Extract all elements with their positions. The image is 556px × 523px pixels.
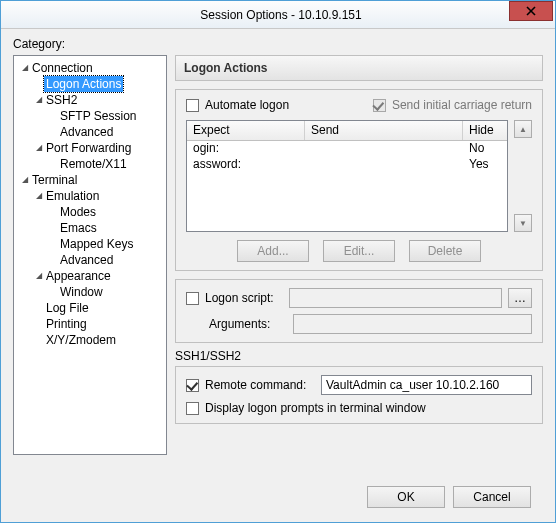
session-options-window: Session Options - 10.10.9.151 Category: …: [0, 0, 556, 523]
col-hide[interactable]: Hide: [463, 121, 507, 140]
window-title: Session Options - 10.10.9.151: [53, 8, 509, 22]
table-row[interactable]: assword:Yes: [187, 157, 507, 173]
tree-item[interactable]: ▶Modes: [16, 204, 164, 220]
tree-item[interactable]: ▶Log File: [16, 300, 164, 316]
tree-item-label: Log File: [44, 300, 91, 316]
add-button[interactable]: Add...: [237, 240, 309, 262]
delete-button[interactable]: Delete: [409, 240, 481, 262]
ssh-section-title: SSH1/SSH2: [175, 349, 543, 363]
logon-script-group: Logon script: … Arguments:: [175, 279, 543, 343]
tree-item-label: SFTP Session: [58, 108, 138, 124]
tree-item[interactable]: ◢Connection: [16, 60, 164, 76]
move-down-button[interactable]: ▼: [514, 214, 532, 232]
expand-arrow-icon[interactable]: ◢: [34, 188, 44, 204]
cell-send: [305, 157, 463, 173]
expand-arrow-icon[interactable]: ◢: [34, 92, 44, 108]
right-pane: Logon Actions Automate logon Send initia…: [175, 55, 543, 478]
tree-item-label: Window: [58, 284, 105, 300]
expand-arrow-icon[interactable]: ◢: [20, 60, 30, 76]
expand-arrow-icon[interactable]: ◢: [20, 172, 30, 188]
send-initial-checkbox: [373, 99, 386, 112]
tree-item-label: Advanced: [58, 124, 115, 140]
display-prompts-checkbox[interactable]: [186, 402, 199, 415]
tree-item[interactable]: ▶X/Y/Zmodem: [16, 332, 164, 348]
expect-send-table[interactable]: Expect Send Hide ogin:Noassword:Yes: [186, 120, 508, 232]
tree-item-label: Port Forwarding: [44, 140, 133, 156]
automate-group: Automate logon Send initial carriage ret…: [175, 89, 543, 271]
tree-item-label: Appearance: [44, 268, 113, 284]
display-prompts-label: Display logon prompts in terminal window: [205, 401, 426, 415]
category-label: Category:: [13, 37, 543, 51]
ok-button[interactable]: OK: [367, 486, 445, 508]
tree-item-label: Printing: [44, 316, 89, 332]
expand-arrow-icon[interactable]: ◢: [34, 140, 44, 156]
col-send[interactable]: Send: [305, 121, 463, 140]
tree-item-label: Logon Actions: [44, 76, 123, 92]
tree-item[interactable]: ▶Emacs: [16, 220, 164, 236]
tree-item-label: Modes: [58, 204, 98, 220]
send-initial-label: Send initial carriage return: [392, 98, 532, 112]
tree-item-label: X/Y/Zmodem: [44, 332, 118, 348]
tree-item[interactable]: ◢Terminal: [16, 172, 164, 188]
tree-item[interactable]: ▶Remote/X11: [16, 156, 164, 172]
reorder-buttons: ▲ ▼: [514, 120, 532, 232]
close-button[interactable]: [509, 1, 553, 21]
pane-title: Logon Actions: [175, 55, 543, 81]
tree-item-label: Connection: [30, 60, 95, 76]
tree-item[interactable]: ◢Emulation: [16, 188, 164, 204]
tree-item[interactable]: ▶Printing: [16, 316, 164, 332]
close-icon: [526, 6, 536, 16]
ssh-group: Remote command: VaultAdmin ca_user 10.10…: [175, 366, 543, 424]
browse-script-button[interactable]: …: [508, 288, 532, 308]
tree-item[interactable]: ▶Advanced: [16, 124, 164, 140]
cell-expect: ogin:: [187, 141, 305, 157]
logon-script-checkbox[interactable]: [186, 292, 199, 305]
col-expect[interactable]: Expect: [187, 121, 305, 140]
logon-script-label: Logon script:: [205, 291, 283, 305]
tree-item-label: Emacs: [58, 220, 99, 236]
tree-item[interactable]: ▶Window: [16, 284, 164, 300]
tree-item[interactable]: ◢SSH2: [16, 92, 164, 108]
ellipsis-icon: …: [514, 291, 526, 305]
automate-logon-checkbox[interactable]: [186, 99, 199, 112]
cell-hide: No: [463, 141, 507, 157]
arguments-label: Arguments:: [209, 317, 287, 331]
remote-command-checkbox[interactable]: [186, 379, 199, 392]
table-body: ogin:Noassword:Yes: [187, 141, 507, 173]
cell-expect: assword:: [187, 157, 305, 173]
titlebar: Session Options - 10.10.9.151: [1, 1, 555, 29]
tree-item[interactable]: ▶Mapped Keys: [16, 236, 164, 252]
tree-item[interactable]: ▶Logon Actions: [16, 76, 164, 92]
table-header: Expect Send Hide: [187, 121, 507, 141]
remote-command-field[interactable]: VaultAdmin ca_user 10.10.2.160: [321, 375, 532, 395]
tree-item-label: Remote/X11: [58, 156, 129, 172]
remote-command-label: Remote command:: [205, 378, 315, 392]
logon-script-field: [289, 288, 502, 308]
arguments-field: [293, 314, 532, 334]
table-row[interactable]: ogin:No: [187, 141, 507, 157]
tree-item[interactable]: ▶Advanced: [16, 252, 164, 268]
tree-item-label: Mapped Keys: [58, 236, 135, 252]
tree-item-label: Advanced: [58, 252, 115, 268]
dialog-footer: OK Cancel: [13, 478, 543, 512]
move-up-button[interactable]: ▲: [514, 120, 532, 138]
tree-item[interactable]: ▶SFTP Session: [16, 108, 164, 124]
cell-hide: Yes: [463, 157, 507, 173]
tree-item-label: Emulation: [44, 188, 101, 204]
tree-item-label: Terminal: [30, 172, 79, 188]
tree-item-label: SSH2: [44, 92, 79, 108]
edit-button[interactable]: Edit...: [323, 240, 395, 262]
cell-send: [305, 141, 463, 157]
cancel-button[interactable]: Cancel: [453, 486, 531, 508]
category-tree[interactable]: ◢Connection▶Logon Actions◢SSH2▶SFTP Sess…: [13, 55, 167, 455]
automate-logon-label: Automate logon: [205, 98, 289, 112]
tree-item[interactable]: ◢Port Forwarding: [16, 140, 164, 156]
tree-item[interactable]: ◢Appearance: [16, 268, 164, 284]
expand-arrow-icon[interactable]: ◢: [34, 268, 44, 284]
